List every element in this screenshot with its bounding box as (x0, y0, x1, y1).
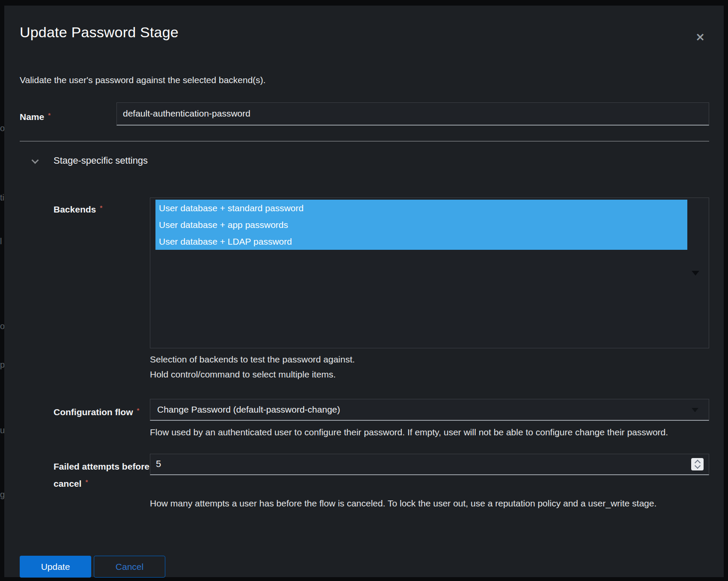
backends-label: Backends* (54, 198, 150, 348)
backends-multiselect[interactable]: User database + standard password User d… (150, 198, 709, 348)
cancel-button[interactable]: Cancel (94, 556, 165, 578)
number-stepper[interactable] (691, 458, 704, 470)
required-asterisk: * (137, 407, 139, 414)
failed-attempts-label-text: Failed attempts before cancel (54, 461, 149, 488)
configuration-flow-field-row: Configuration flow* Change Password (def… (54, 399, 709, 421)
select-caret-icon (692, 271, 699, 276)
backends-option-selected[interactable]: User database + app passwords (155, 216, 687, 233)
failed-attempts-field-row: Failed attempts before cancel* 5 (54, 454, 709, 491)
chevron-down-icon (31, 157, 39, 165)
backends-option-selected[interactable]: User database + LDAP password (155, 233, 687, 250)
configuration-flow-help-text: Flow used by an authenticated user to co… (150, 427, 709, 437)
name-input[interactable]: default-authentication-password (116, 102, 709, 126)
failed-attempts-input[interactable]: 5 (150, 454, 709, 475)
required-asterisk: * (48, 111, 51, 119)
backends-option-selected[interactable]: User database + standard password (155, 200, 687, 216)
backends-label-text: Backends (54, 204, 96, 214)
name-label: Name* (20, 102, 116, 126)
backends-help-row: Selection of backends to test the passwo… (54, 348, 709, 380)
name-field-row: Name* default-authentication-password (20, 102, 709, 126)
required-asterisk: * (85, 478, 88, 485)
update-password-stage-modal: Update Password Stage × Validate the use… (4, 6, 724, 577)
backends-help-text: Hold control/command to select multiple … (150, 369, 709, 380)
stage-settings-group: Backends* User database + standard passw… (54, 198, 709, 509)
configuration-flow-label: Configuration flow* (54, 399, 150, 421)
failed-attempts-label: Failed attempts before cancel* (54, 454, 150, 491)
configuration-flow-help-row: Flow used by an authenticated user to co… (54, 421, 709, 437)
form-divider (20, 141, 709, 141)
modal-description: Validate the user's password against the… (20, 74, 709, 86)
select-caret-icon (692, 408, 698, 412)
configuration-flow-select[interactable]: Change Password (default-password-change… (150, 399, 709, 421)
backends-help-text: Selection of backends to test the passwo… (150, 354, 709, 365)
modal-footer: Update Cancel (20, 556, 709, 578)
modal-title: Update Password Stage (20, 23, 709, 42)
name-label-text: Name (20, 112, 44, 122)
close-icon[interactable]: × (694, 30, 707, 43)
configuration-flow-selected-value: Change Password (default-password-change… (157, 404, 340, 414)
stage-settings-label: Stage-specific settings (54, 155, 148, 167)
stage-settings-expand-header[interactable]: Stage-specific settings (20, 155, 709, 167)
failed-attempts-help-text: How many attempts a user has before the … (150, 498, 709, 509)
configuration-flow-label-text: Configuration flow (54, 407, 133, 417)
bg-text-fragment: ti (0, 193, 4, 203)
failed-attempts-value: 5 (156, 458, 161, 469)
backends-field-row: Backends* User database + standard passw… (54, 198, 709, 348)
bg-text-fragment: l (0, 237, 2, 246)
required-asterisk: * (100, 204, 102, 211)
update-button[interactable]: Update (20, 556, 91, 578)
failed-attempts-help-row: How many attempts a user has before the … (54, 491, 709, 509)
